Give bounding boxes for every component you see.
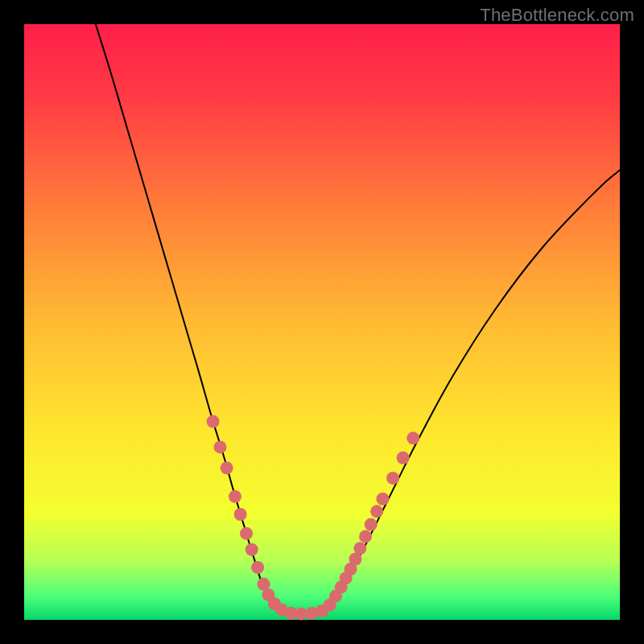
highlight-dot — [359, 530, 372, 543]
highlight-dot — [234, 508, 247, 521]
highlight-dot — [240, 527, 253, 540]
plot-area — [24, 24, 620, 620]
highlight-dot — [353, 542, 366, 555]
highlight-dot — [246, 543, 258, 556]
highlight-dot — [386, 472, 399, 485]
highlight-dot — [365, 518, 378, 531]
highlight-dot — [376, 493, 389, 506]
highlight-dot — [370, 505, 383, 518]
bottleneck-curve — [96, 24, 620, 614]
chart-frame: TheBottleneck.com — [0, 0, 644, 644]
highlight-dot — [397, 452, 410, 464]
highlight-dot — [213, 440, 226, 453]
watermark-text: TheBottleneck.com — [480, 5, 634, 26]
highlight-dot — [207, 415, 220, 428]
curve-layer — [24, 24, 620, 620]
highlight-dot — [251, 561, 264, 574]
highlight-dot — [407, 431, 419, 444]
highlight-dot — [221, 461, 233, 474]
highlight-dot — [229, 490, 242, 503]
